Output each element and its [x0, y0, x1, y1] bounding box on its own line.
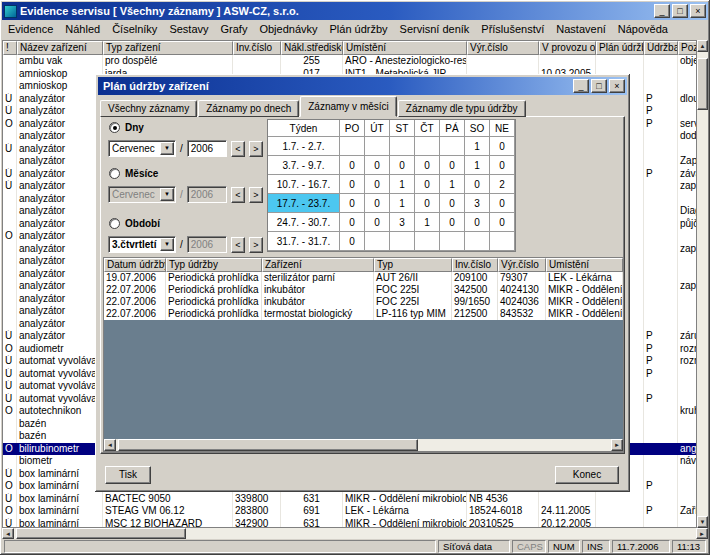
- tab[interactable]: Záznamy dle typu údržby: [398, 100, 526, 117]
- menu-item[interactable]: Náhled: [59, 23, 106, 35]
- week-row[interactable]: 17.7. - 23.7.0010030: [268, 194, 515, 213]
- prev-button[interactable]: <: [231, 141, 245, 157]
- menu-item[interactable]: Grafy: [215, 23, 254, 35]
- scroll-down-icon[interactable]: ▼: [697, 516, 708, 528]
- radio-icon[interactable]: [109, 122, 120, 133]
- next-button[interactable]: >: [249, 141, 263, 157]
- record-row[interactable]: 22.07.2006Periodická prohlídkainkubátorF…: [104, 284, 623, 296]
- table-row[interactable]: Úbox laminárníMSC 12 BIOHAZARD342900631M…: [3, 518, 696, 529]
- chevron-down-icon[interactable]: ▼: [160, 238, 174, 251]
- dialog-maximize-button[interactable]: □: [591, 79, 607, 93]
- scroll-left-icon[interactable]: ◄: [104, 439, 116, 451]
- menu-item[interactable]: Servisní deník: [394, 23, 476, 35]
- column-header[interactable]: Datum údržby: [104, 258, 166, 272]
- column-header[interactable]: Pozná: [678, 41, 697, 55]
- scrollbar-track[interactable]: [14, 528, 696, 539]
- month-combobox[interactable]: Červenec ▼: [108, 186, 176, 203]
- vertical-scrollbar[interactable]: ▲ ▼: [697, 40, 708, 528]
- radio-dny[interactable]: Dny: [109, 122, 144, 133]
- quarter-combobox[interactable]: 3.čtvrtletí ▼: [108, 236, 176, 253]
- cell: [467, 55, 539, 68]
- maximize-button[interactable]: □: [672, 4, 688, 18]
- record-row[interactable]: 22.07.2006Periodická prohlídkatermostat …: [104, 308, 623, 320]
- week-value: 0: [440, 194, 465, 213]
- column-header[interactable]: Zařízení: [262, 258, 374, 272]
- prev-button[interactable]: <: [231, 187, 245, 203]
- week-row[interactable]: 1.7. - 2.7.10: [268, 137, 515, 156]
- column-header[interactable]: V provozu od: [539, 41, 596, 55]
- menu-item[interactable]: Plán údržby: [324, 23, 394, 35]
- horizontal-scrollbar[interactable]: ◄ ►: [2, 528, 708, 539]
- year-field[interactable]: 2006: [187, 186, 227, 203]
- scrollbar-thumb[interactable]: [697, 58, 708, 110]
- record-row[interactable]: 19.07.2006Periodická prohlídkasterilizát…: [104, 272, 623, 284]
- column-header[interactable]: Typ zařízení: [103, 41, 233, 55]
- dialog-minimize-button[interactable]: _: [573, 79, 589, 93]
- scroll-right-icon[interactable]: ►: [611, 439, 623, 451]
- week-row[interactable]: 3.7. - 9.7.0000010: [268, 156, 515, 175]
- main-titlebar[interactable]: Evidence servisu [ Všechny záznamy ] ASW…: [2, 2, 708, 20]
- radio-mesice[interactable]: Měsíce: [109, 168, 158, 179]
- scrollbar-thumb[interactable]: [118, 439, 418, 451]
- column-header[interactable]: Výr.číslo: [467, 41, 539, 55]
- week-row[interactable]: 31.7. - 31.7.0: [268, 232, 515, 251]
- menu-item[interactable]: Sestavy: [163, 23, 214, 35]
- cell: ARO - Anesteziologicko-resuscitační stan: [343, 55, 467, 68]
- column-header[interactable]: Typ údržby: [166, 258, 262, 272]
- menu-item[interactable]: Příslušenství: [475, 23, 550, 35]
- tab[interactable]: Všechny záznamy: [100, 100, 197, 117]
- dialog-close-button[interactable]: ×: [609, 79, 625, 93]
- scrollbar-track[interactable]: [116, 439, 611, 451]
- year-field[interactable]: 2006: [187, 140, 227, 157]
- dialog-titlebar[interactable]: Plán údržby zařízení _ □ ×: [98, 77, 627, 95]
- column-header[interactable]: Typ: [374, 258, 452, 272]
- minimize-button[interactable]: _: [654, 4, 670, 18]
- menu-item[interactable]: Nápověda: [612, 23, 674, 35]
- column-header[interactable]: Název zařízení: [17, 41, 103, 55]
- cell: AUT 26/II: [374, 272, 452, 284]
- week-row[interactable]: 24.7. - 30.7.0031000: [268, 213, 515, 232]
- month-combobox[interactable]: Červenec ▼: [108, 140, 176, 157]
- table-row[interactable]: Úbox laminárníBACTEC 9050339800631MIKR -…: [3, 493, 696, 506]
- radio-obdobi[interactable]: Období: [109, 218, 160, 229]
- prev-button[interactable]: <: [231, 237, 245, 253]
- records-horizontal-scrollbar[interactable]: ◄ ►: [104, 439, 623, 451]
- print-button[interactable]: Tisk: [105, 466, 151, 484]
- chevron-down-icon[interactable]: ▼: [160, 142, 174, 155]
- radio-icon[interactable]: [109, 168, 120, 179]
- close-button[interactable]: ×: [690, 4, 706, 18]
- column-header[interactable]: Inv.číslo: [233, 41, 281, 55]
- record-row[interactable]: 22.07.2006Periodická prohlídkainkubátorF…: [104, 296, 623, 308]
- column-header[interactable]: Plán údržby: [596, 41, 644, 55]
- scroll-left-icon[interactable]: ◄: [2, 528, 14, 539]
- radio-icon[interactable]: [109, 218, 120, 229]
- next-button[interactable]: >: [249, 237, 263, 253]
- scrollbar-track[interactable]: [697, 52, 708, 516]
- cell: P: [644, 368, 678, 381]
- column-header[interactable]: Inv.číslo: [452, 258, 498, 272]
- table-row[interactable]: Obox laminárníSTEAG VM 06.12283800691LEK…: [3, 505, 696, 518]
- scroll-right-icon[interactable]: ►: [696, 528, 708, 539]
- column-header[interactable]: Nákl.středisko: [281, 41, 343, 55]
- chevron-down-icon[interactable]: ▼: [160, 188, 174, 201]
- column-header[interactable]: Umístění: [546, 258, 623, 272]
- table-row[interactable]: ambu vakpro dospělé255ARO - Anesteziolog…: [3, 55, 696, 68]
- cell: [678, 80, 696, 93]
- week-column-header: ÚT: [365, 120, 390, 137]
- tab[interactable]: Záznamy po dnech: [198, 100, 299, 117]
- scroll-up-icon[interactable]: ▲: [697, 40, 708, 52]
- column-header[interactable]: Umístění: [343, 41, 467, 55]
- column-header[interactable]: Výr.číslo: [498, 258, 546, 272]
- menu-item[interactable]: Číselníky: [106, 23, 163, 35]
- column-header[interactable]: Údržba: [644, 41, 678, 55]
- year-field[interactable]: 2006: [187, 236, 227, 253]
- column-header[interactable]: !: [3, 41, 17, 55]
- tab[interactable]: Záznamy v měsíci: [300, 96, 397, 117]
- next-button[interactable]: >: [249, 187, 263, 203]
- menu-item[interactable]: Evidence: [2, 23, 59, 35]
- close-dialog-button[interactable]: Konec: [555, 466, 619, 484]
- scrollbar-thumb[interactable]: [16, 528, 186, 539]
- week-row[interactable]: 10.7. - 16.7.0010102: [268, 175, 515, 194]
- menu-item[interactable]: Objednávky: [253, 23, 323, 35]
- menu-item[interactable]: Nastavení: [550, 23, 612, 35]
